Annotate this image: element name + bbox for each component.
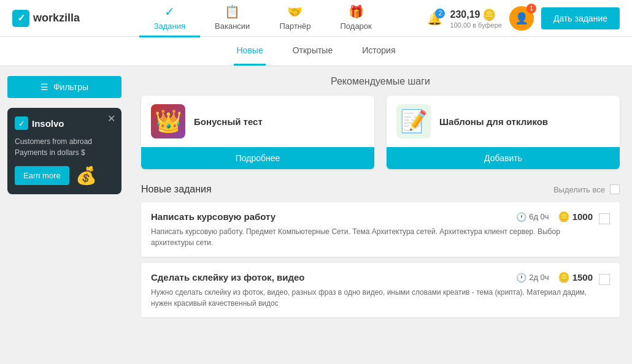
promo-logo-text: Insolvo: [32, 118, 64, 129]
task-2-time: 🕐 2д 0ч: [516, 273, 549, 282]
logo-text: workzilla: [33, 12, 80, 25]
balance-info: 230,19 🪙 100,00 в буфере: [450, 8, 501, 29]
task-card-2: Сделать склейку из фоток, видео 🕐 2д 0ч …: [141, 263, 620, 317]
task-2-desc: Нужно сделать склейку из фоток, видео, р…: [151, 287, 593, 309]
recommended-title: Рекомендуемые шаги: [141, 76, 620, 87]
promo-description: Customers from abroad Payments in dollar…: [15, 136, 114, 158]
balance-buffer: 100,00 в буфере: [450, 21, 501, 29]
tasks-title: Новые задания: [141, 184, 212, 195]
task-1-top: Написать курсовую работу 🕐 6д 0ч 🪙 1000: [151, 211, 593, 222]
main-nav: ✓ Задания 📋 Вакансии 🤝 Партнёр 🎁 Подарок: [98, 0, 427, 37]
logo[interactable]: ✓ workzilla: [12, 10, 98, 27]
sidebar: ☰ Фильтры ✕ ✓ Insolvo Customers from abr…: [0, 66, 129, 333]
task-2-meta: 🕐 2д 0ч 🪙 1500: [516, 271, 593, 283]
sub-tab-history[interactable]: История: [360, 37, 398, 66]
sub-tabs: Новые Открытые История: [0, 37, 632, 66]
rec-card-bonus: 👑 Бонусный тест Подробнее: [141, 96, 374, 169]
select-all[interactable]: Выделить все: [553, 184, 620, 194]
notif-badge: 2: [435, 9, 445, 18]
select-all-checkbox[interactable]: [610, 184, 620, 194]
bonus-emoji-icon: 👑: [155, 108, 182, 134]
rec-card-bonus-label: Бонусный тест: [194, 116, 263, 127]
earn-more-button[interactable]: Earn more: [15, 166, 69, 185]
avatar-badge: 1: [526, 4, 536, 13]
nav-tab-podarok[interactable]: 🎁 Подарок: [326, 0, 387, 37]
nav-tab-zadania[interactable]: ✓ Задания: [139, 0, 200, 37]
nav-podarok-label: Подарок: [341, 21, 372, 31]
rec-card-bonus-button[interactable]: Подробнее: [141, 147, 374, 169]
header-right: 🔔 2 230,19 🪙 100,00 в буфере 👤 1 Дать за…: [427, 6, 620, 31]
task-1-meta: 🕐 6д 0ч 🪙 1000: [516, 211, 593, 222]
recommended-cards: 👑 Бонусный тест Подробнее 📝 Шаблоны для …: [141, 96, 620, 169]
main-content: ☰ Фильтры ✕ ✓ Insolvo Customers from abr…: [0, 66, 632, 333]
filter-icon: ☰: [40, 82, 48, 92]
nav-zadania-label: Задания: [154, 21, 185, 31]
task-2-title[interactable]: Сделать склейку из фоток, видео: [151, 272, 304, 282]
nav-tab-partner[interactable]: 🤝 Партнёр: [264, 0, 325, 37]
task-1-title[interactable]: Написать курсовую работу: [151, 211, 276, 222]
sub-tab-open[interactable]: Открытые: [290, 37, 336, 66]
rec-card-bonus-top: 👑 Бонусный тест: [141, 96, 374, 147]
task-1-desc: Написать курсовую работу. Предмет Компью…: [151, 226, 593, 248]
notifications-button[interactable]: 🔔 2: [427, 11, 442, 26]
rec-card-template-button[interactable]: Добавить: [387, 147, 620, 169]
money-icon: 💰: [75, 165, 97, 186]
rec-card-template: 📝 Шаблоны для откликов Добавить: [387, 96, 620, 169]
clock-icon-1: 🕐: [516, 212, 526, 222]
price-coin-icon-1: 🪙: [558, 211, 570, 222]
promo-logo: ✓ Insolvo: [15, 116, 114, 130]
tasks-header: Новые задания Выделить все: [141, 184, 620, 195]
logo-icon: ✓: [12, 10, 29, 27]
promo-close-button[interactable]: ✕: [107, 113, 115, 124]
task-card-1: Написать курсовую работу 🕐 6д 0ч 🪙 1000 …: [141, 202, 620, 257]
rec-card-template-label: Шаблоны для откликов: [439, 116, 548, 127]
price-coin-icon-2: 🪙: [558, 271, 570, 283]
promo-card: ✕ ✓ Insolvo Customers from abroad Paymen…: [7, 108, 121, 194]
nav-partner-label: Партнёр: [279, 21, 310, 31]
filter-button[interactable]: ☰ Фильтры: [7, 76, 121, 98]
balance-amount: 230,19 🪙: [450, 8, 501, 21]
task-2-price: 🪙 1500: [558, 271, 593, 283]
rec-card-template-top: 📝 Шаблоны для откликов: [387, 96, 620, 147]
task-1-checkbox[interactable]: [599, 213, 610, 224]
nav-partner-icon: 🤝: [287, 4, 303, 19]
rec-card-template-img: 📝: [396, 104, 431, 138]
coin-icon: 🪙: [482, 8, 496, 21]
task-2-checkbox[interactable]: [599, 274, 610, 285]
avatar-button[interactable]: 👤 1: [509, 6, 534, 31]
nav-podarok-icon: 🎁: [349, 4, 364, 19]
task-1-price: 🪙 1000: [558, 211, 593, 222]
nav-zadania-icon: ✓: [164, 4, 175, 19]
promo-logo-icon: ✓: [15, 116, 28, 130]
task-card-1-body: Написать курсовую работу 🕐 6д 0ч 🪙 1000 …: [151, 211, 593, 248]
task-2-top: Сделать склейку из фоток, видео 🕐 2д 0ч …: [151, 271, 593, 283]
content-area: Рекомендуемые шаги 👑 Бонусный тест Подро…: [129, 66, 632, 333]
nav-vakansii-icon: 📋: [225, 4, 240, 19]
template-emoji-icon: 📝: [400, 108, 428, 134]
clock-icon-2: 🕐: [516, 273, 526, 282]
sub-tab-new[interactable]: Новые: [234, 37, 265, 66]
nav-vakansii-label: Вакансии: [215, 21, 250, 31]
task-1-time: 🕐 6д 0ч: [516, 212, 549, 222]
nav-tab-vakansii[interactable]: 📋 Вакансии: [200, 0, 264, 37]
rec-card-bonus-img: 👑: [151, 104, 185, 138]
give-task-button[interactable]: Дать задание: [541, 7, 620, 29]
header: ✓ workzilla ✓ Задания 📋 Вакансии 🤝 Партн…: [0, 0, 632, 37]
task-card-2-body: Сделать склейку из фоток, видео 🕐 2д 0ч …: [151, 271, 593, 309]
promo-bottom: Earn more 💰: [15, 165, 114, 186]
